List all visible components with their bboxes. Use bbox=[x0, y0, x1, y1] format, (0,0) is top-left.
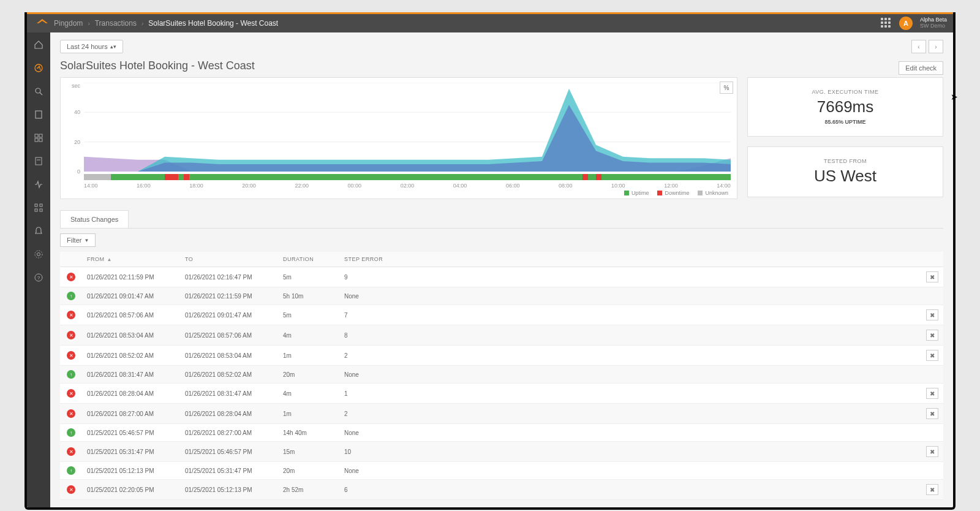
execution-chart-card: % sec40200 14:0016:0018:0020:0022:0000:0… bbox=[60, 77, 737, 199]
cell-from: 01/26/2021 02:11:59 PM bbox=[82, 267, 180, 287]
cell-step-error: None bbox=[339, 424, 919, 442]
cell-to: 01/25/2021 08:57:06 AM bbox=[180, 325, 278, 346]
chevron-right-icon: › bbox=[88, 20, 89, 27]
nav-grid-icon[interactable] bbox=[30, 129, 47, 146]
next-button[interactable]: › bbox=[929, 40, 943, 53]
status-circle-icon: ✕ bbox=[67, 409, 75, 418]
cell-duration: 5m bbox=[278, 267, 339, 287]
filter-dropdown[interactable]: Filter ▼ bbox=[60, 233, 96, 247]
cell-step-error: 9 bbox=[339, 267, 919, 287]
chevron-updown-icon: ▴▾ bbox=[110, 44, 116, 50]
nav-page-icon[interactable] bbox=[30, 106, 47, 123]
cell-to: 01/26/2021 08:53:04 AM bbox=[180, 346, 278, 366]
uptime-status-bar bbox=[84, 174, 731, 180]
prev-button[interactable]: ‹ bbox=[911, 40, 926, 53]
cell-to: 01/26/2021 08:27:00 AM bbox=[180, 424, 278, 442]
cell-to: 01/26/2021 08:28:04 AM bbox=[180, 404, 278, 424]
cell-step-error: 10 bbox=[339, 442, 919, 462]
status-circle-icon: ✕ bbox=[67, 311, 75, 319]
nav-alerts-icon[interactable] bbox=[30, 222, 47, 240]
row-tool-button[interactable]: ✖ bbox=[926, 330, 938, 341]
svg-rect-6 bbox=[35, 138, 38, 142]
row-tool-button[interactable]: ✖ bbox=[926, 484, 938, 495]
svg-rect-5 bbox=[39, 134, 42, 137]
cell-from: 01/26/2021 08:53:04 AM bbox=[82, 325, 180, 346]
breadcrumb-page: SolarSuites Hotel Booking - West Coast bbox=[148, 19, 278, 28]
nav-integrations-icon[interactable] bbox=[30, 199, 47, 216]
cell-step-error: 6 bbox=[339, 480, 919, 500]
cell-duration: 15m bbox=[278, 442, 339, 462]
table-row[interactable]: ✕ 01/26/2021 08:52:02 AM 01/26/2021 08:5… bbox=[60, 346, 943, 366]
table-row[interactable]: ↑ 01/25/2021 05:12:13 PM 01/25/2021 05:3… bbox=[60, 462, 943, 480]
table-row[interactable]: ✕ 01/25/2021 02:20:05 PM 01/25/2021 05:1… bbox=[60, 480, 943, 500]
tested-from-value: US West bbox=[760, 167, 930, 186]
table-row[interactable]: ✕ 01/26/2021 08:27:00 AM 01/26/2021 08:2… bbox=[60, 404, 943, 424]
svg-point-15 bbox=[35, 251, 42, 258]
status-circle-icon: ↑ bbox=[67, 428, 75, 437]
row-tool-button[interactable]: ✖ bbox=[926, 408, 938, 419]
nav-settings-icon[interactable] bbox=[30, 246, 47, 263]
user-info[interactable]: Alpha Beta SW Demo bbox=[920, 17, 947, 29]
svg-point-14 bbox=[37, 253, 40, 256]
col-duration[interactable]: DURATION bbox=[278, 252, 339, 267]
cursor-icon: ➤ bbox=[951, 92, 956, 102]
left-sidebar: ? bbox=[27, 32, 50, 507]
avatar[interactable]: A bbox=[899, 17, 913, 30]
cell-step-error: 2 bbox=[339, 346, 919, 366]
table-row[interactable]: ✕ 01/25/2021 05:31:47 PM 01/25/2021 05:4… bbox=[60, 442, 943, 462]
cell-to: 01/25/2021 05:46:57 PM bbox=[180, 442, 278, 462]
col-step-error[interactable]: STEP ERROR bbox=[339, 252, 919, 267]
status-circle-icon: ✕ bbox=[67, 331, 75, 339]
table-row[interactable]: ✕ 01/26/2021 08:28:04 AM 01/26/2021 08:3… bbox=[60, 384, 943, 404]
table-row[interactable]: ✕ 01/26/2021 08:57:06 AM 01/26/2021 09:0… bbox=[60, 305, 943, 325]
nav-home-icon[interactable] bbox=[30, 36, 47, 53]
cell-from: 01/26/2021 08:28:04 AM bbox=[82, 384, 180, 404]
avg-execution-card: AVG. EXECUTION TIME 7669ms 85.65% UPTIME bbox=[747, 77, 943, 137]
status-circle-icon: ✕ bbox=[67, 485, 75, 494]
cell-to: 01/26/2021 08:31:47 AM bbox=[180, 384, 278, 404]
exec-time-value: 7669ms bbox=[760, 97, 930, 116]
table-row[interactable]: ✕ 01/26/2021 08:53:04 AM 01/25/2021 08:5… bbox=[60, 325, 943, 346]
cell-from: 01/25/2021 05:46:57 PM bbox=[82, 424, 180, 442]
cell-duration: 14h 40m bbox=[278, 424, 339, 442]
col-to[interactable]: TO bbox=[180, 252, 278, 267]
cell-from: 01/25/2021 05:12:13 PM bbox=[82, 462, 180, 480]
cell-from: 01/26/2021 08:27:00 AM bbox=[82, 404, 180, 424]
svg-point-0 bbox=[35, 64, 42, 72]
status-circle-icon: ↑ bbox=[67, 370, 75, 379]
nav-search-icon[interactable] bbox=[30, 83, 47, 100]
col-from[interactable]: FROM▲ bbox=[82, 252, 180, 267]
nav-help-icon[interactable]: ? bbox=[30, 269, 47, 286]
nav-transactions-icon[interactable] bbox=[30, 59, 47, 77]
table-row[interactable]: ✕ 01/26/2021 02:11:59 PM 01/26/2021 02:1… bbox=[60, 267, 943, 287]
table-row[interactable]: ↑ 01/26/2021 09:01:47 AM 01/26/2021 02:1… bbox=[60, 287, 943, 305]
edit-check-button[interactable]: Edit check bbox=[899, 61, 943, 75]
nav-activity-icon[interactable] bbox=[30, 176, 47, 193]
cell-to: 01/26/2021 02:16:47 PM bbox=[180, 267, 278, 287]
tab-status-changes[interactable]: Status Changes bbox=[60, 210, 129, 228]
tested-from-label: TESTED FROM bbox=[760, 158, 930, 164]
time-range-dropdown[interactable]: Last 24 hours ▴▾ bbox=[60, 40, 123, 53]
row-tool-button[interactable]: ✖ bbox=[926, 388, 938, 399]
table-row[interactable]: ↑ 01/26/2021 08:31:47 AM 01/26/2021 08:5… bbox=[60, 366, 943, 384]
app-header: Pingdom › Transactions › SolarSuites Hot… bbox=[27, 14, 953, 32]
cell-step-error: 1 bbox=[339, 384, 919, 404]
cell-duration: 1m bbox=[278, 404, 339, 424]
table-row[interactable]: ↑ 01/25/2021 05:46:57 PM 01/26/2021 08:2… bbox=[60, 424, 943, 442]
row-tool-button[interactable]: ✖ bbox=[926, 446, 938, 457]
svg-rect-3 bbox=[36, 111, 42, 118]
nav-report-icon[interactable] bbox=[30, 153, 47, 170]
cell-to: 01/26/2021 08:52:02 AM bbox=[180, 366, 278, 384]
brand-logo-icon[interactable] bbox=[33, 19, 51, 28]
breadcrumb-section[interactable]: Transactions bbox=[95, 19, 137, 28]
cell-to: 01/26/2021 02:11:59 PM bbox=[180, 287, 278, 305]
row-tool-button[interactable]: ✖ bbox=[926, 271, 938, 282]
cell-from: 01/26/2021 08:57:06 AM bbox=[82, 305, 180, 325]
breadcrumb-root[interactable]: Pingdom bbox=[54, 19, 83, 28]
svg-rect-10 bbox=[35, 204, 37, 206]
sort-asc-icon: ▲ bbox=[107, 257, 112, 262]
apps-grid-icon[interactable] bbox=[881, 18, 892, 29]
row-tool-button[interactable]: ✖ bbox=[926, 309, 938, 320]
row-tool-button[interactable]: ✖ bbox=[926, 350, 938, 361]
cell-duration: 20m bbox=[278, 462, 339, 480]
